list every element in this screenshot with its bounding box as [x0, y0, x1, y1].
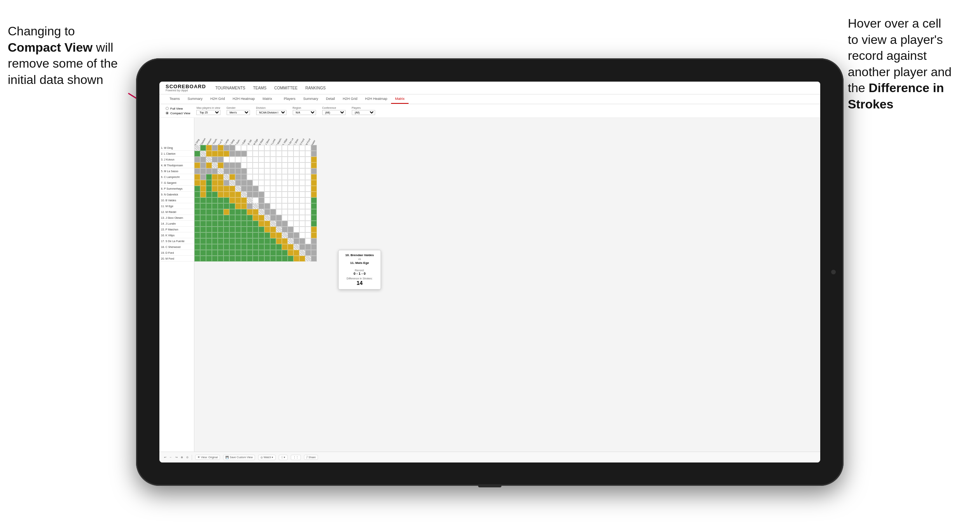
matrix-cell[interactable]: [305, 244, 311, 250]
matrix-cell[interactable]: [253, 197, 259, 203]
matrix-cell[interactable]: [235, 157, 241, 162]
matrix-cell[interactable]: [235, 232, 241, 238]
matrix-cell[interactable]: [247, 162, 253, 168]
matrix-cell[interactable]: [229, 162, 235, 168]
matrix-cell[interactable]: [218, 186, 224, 192]
matrix-cell[interactable]: [194, 174, 200, 180]
matrix-cell[interactable]: [235, 227, 241, 232]
matrix-cell[interactable]: [293, 238, 299, 244]
matrix-cell[interactable]: [224, 256, 229, 262]
matrix-cell[interactable]: [200, 250, 206, 256]
matrix-cell[interactable]: [200, 215, 206, 221]
filter-conference-select[interactable]: (All): [322, 110, 346, 115]
matrix-wrapper[interactable]: 1. W Ding2. L Clanton3. J Koivun4. M Tho…: [194, 118, 820, 452]
matrix-cell[interactable]: [253, 174, 259, 180]
filter-region-select[interactable]: N/A: [293, 110, 316, 115]
matrix-cell[interactable]: [311, 256, 317, 262]
matrix-cell[interactable]: [282, 221, 288, 227]
matrix-cell[interactable]: [305, 256, 311, 262]
matrix-cell[interactable]: [282, 209, 288, 215]
matrix-cell[interactable]: [235, 209, 241, 215]
matrix-cell[interactable]: [311, 221, 317, 227]
toolbar-back[interactable]: ←: [169, 456, 172, 459]
tab-h2h-grid[interactable]: H2H Grid: [206, 94, 229, 104]
compact-view-radio[interactable]: [166, 112, 169, 115]
matrix-cell[interactable]: [264, 174, 270, 180]
tab-summary[interactable]: Summary: [184, 94, 207, 104]
matrix-cell[interactable]: [311, 168, 317, 174]
matrix-cell[interactable]: [264, 227, 270, 232]
matrix-cell[interactable]: [247, 197, 253, 203]
matrix-cell[interactable]: [247, 227, 253, 232]
matrix-cell[interactable]: [241, 221, 247, 227]
matrix-cell[interactable]: [293, 145, 299, 151]
matrix-cell[interactable]: [206, 221, 212, 227]
matrix-cell[interactable]: [212, 256, 218, 262]
matrix-cell[interactable]: [241, 197, 247, 203]
matrix-cell[interactable]: [288, 192, 293, 197]
matrix-cell[interactable]: [305, 250, 311, 256]
matrix-cell[interactable]: [229, 174, 235, 180]
matrix-cell[interactable]: [299, 238, 305, 244]
matrix-cell[interactable]: [218, 221, 224, 227]
matrix-cell[interactable]: [241, 232, 247, 238]
matrix-cell[interactable]: [259, 197, 264, 203]
matrix-cell[interactable]: [264, 238, 270, 244]
matrix-cell[interactable]: [259, 157, 264, 162]
matrix-cell[interactable]: [288, 145, 293, 151]
matrix-cell[interactable]: [224, 197, 229, 203]
matrix-cell[interactable]: [293, 186, 299, 192]
matrix-cell[interactable]: [247, 250, 253, 256]
matrix-cell[interactable]: [224, 162, 229, 168]
matrix-cell[interactable]: [200, 168, 206, 174]
matrix-cell[interactable]: [200, 186, 206, 192]
matrix-cell[interactable]: [235, 168, 241, 174]
matrix-cell[interactable]: [311, 209, 317, 215]
matrix-cell[interactable]: [311, 157, 317, 162]
matrix-cell[interactable]: [229, 227, 235, 232]
matrix-cell[interactable]: [206, 203, 212, 209]
matrix-cell[interactable]: [235, 180, 241, 186]
matrix-cell[interactable]: [206, 209, 212, 215]
tab-teams[interactable]: Teams: [166, 94, 184, 104]
matrix-cell[interactable]: [305, 197, 311, 203]
matrix-cell[interactable]: [253, 192, 259, 197]
matrix-cell[interactable]: [293, 151, 299, 157]
matrix-cell[interactable]: [247, 174, 253, 180]
matrix-cell[interactable]: [194, 145, 200, 151]
matrix-cell[interactable]: [288, 180, 293, 186]
matrix-cell[interactable]: [247, 232, 253, 238]
matrix-cell[interactable]: [282, 244, 288, 250]
matrix-cell[interactable]: [259, 203, 264, 209]
matrix-cell[interactable]: [259, 174, 264, 180]
matrix-cell[interactable]: [259, 250, 264, 256]
matrix-cell[interactable]: [235, 238, 241, 244]
tab-players[interactable]: Players: [276, 94, 299, 104]
matrix-cell[interactable]: [212, 192, 218, 197]
matrix-cell[interactable]: [253, 168, 259, 174]
nav-committee[interactable]: COMMITTEE: [274, 85, 297, 91]
matrix-cell[interactable]: [200, 197, 206, 203]
matrix-cell[interactable]: [270, 203, 276, 209]
matrix-cell[interactable]: [276, 238, 282, 244]
matrix-cell[interactable]: [270, 192, 276, 197]
tab-h2h-heatmap2[interactable]: H2H Heatmap: [361, 94, 391, 104]
matrix-cell[interactable]: [235, 186, 241, 192]
matrix-cell[interactable]: [200, 192, 206, 197]
matrix-cell[interactable]: [282, 203, 288, 209]
matrix-cell[interactable]: [259, 145, 264, 151]
matrix-cell[interactable]: [264, 209, 270, 215]
matrix-cell[interactable]: [282, 186, 288, 192]
matrix-cell[interactable]: [293, 203, 299, 209]
matrix-cell[interactable]: [253, 180, 259, 186]
matrix-cell[interactable]: [229, 157, 235, 162]
full-view-option[interactable]: Full View: [166, 107, 190, 110]
matrix-cell[interactable]: [264, 215, 270, 221]
matrix-cell[interactable]: [299, 244, 305, 250]
matrix-cell[interactable]: [218, 244, 224, 250]
matrix-cell[interactable]: [311, 227, 317, 232]
matrix-cell[interactable]: [305, 192, 311, 197]
matrix-cell[interactable]: [311, 215, 317, 221]
matrix-cell[interactable]: [218, 192, 224, 197]
matrix-cell[interactable]: [241, 244, 247, 250]
